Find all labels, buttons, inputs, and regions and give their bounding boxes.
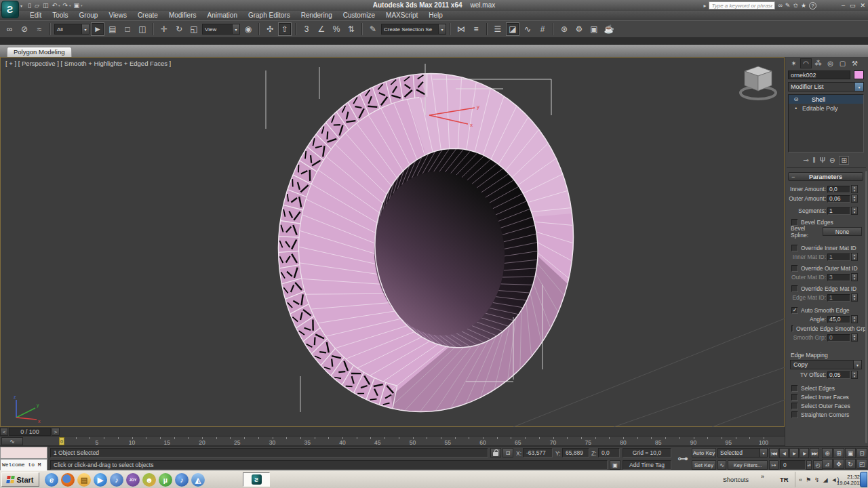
parameters-rollout-header[interactable]: − Parameters <box>788 172 863 181</box>
default-tangents-icon[interactable]: ∿ <box>717 460 726 470</box>
key-mode-dropdown[interactable]: Selected ▾ <box>717 448 768 458</box>
spinner-arrows[interactable]: ▴▾ <box>851 185 858 193</box>
restore-button[interactable]: ▭ <box>850 2 856 9</box>
override-edge-smooth-grp-checkbox[interactable]: Override Edge Smooth Grp <box>785 324 866 333</box>
start-button[interactable]: Start <box>1 472 39 487</box>
hierarchy-tab[interactable]: ⁂ <box>812 58 824 68</box>
smooth-grp-field[interactable]: 0 <box>827 334 850 342</box>
segments-field[interactable]: 1 <box>827 207 850 215</box>
override-outer-mat-id-checkbox[interactable]: Override Outer Mat ID <box>785 264 866 272</box>
taskbar-button-3dsmax[interactable]: S <box>243 472 270 487</box>
use-pivot-point-center-icon[interactable]: ◉ <box>241 22 255 36</box>
reference-coordinate-system-select[interactable]: View▾ <box>202 24 240 35</box>
editable-poly[interactable]: ▪Editable Poly <box>789 104 863 113</box>
graphite-modeling-tools-icon[interactable]: ◪ <box>506 22 519 36</box>
modifier-list-dropdown[interactable]: Modifier List ▾ <box>788 82 864 92</box>
next-frame-arrow[interactable]: > <box>52 428 60 436</box>
spinner-arrows[interactable]: ▴▾ <box>851 371 858 379</box>
angle-field[interactable]: 45,0 <box>827 316 850 323</box>
frame-spinner[interactable]: ▴▾ <box>806 460 812 470</box>
open-mini-curve-editor-button[interactable]: ∿ <box>1 437 23 445</box>
override-inner-mat-id-checkbox[interactable]: Override Inner Mat ID <box>785 243 866 252</box>
menu-edit[interactable]: Edit <box>24 11 47 20</box>
key-mode-toggle[interactable]: ↦ <box>769 460 778 470</box>
named-selection-sets-select[interactable]: Create Selection Se▾ <box>381 24 446 35</box>
edge-mapping-select[interactable]: Copy▾ <box>790 360 862 369</box>
x-coord-field[interactable]: -63,577 <box>523 448 553 458</box>
shell-modifier[interactable]: ʘShell <box>789 95 863 104</box>
select-edges-checkbox[interactable]: Select Edges <box>785 384 866 392</box>
set-keys-button[interactable]: ⊶ <box>675 451 690 466</box>
orbit-button[interactable]: ↻ <box>845 459 856 469</box>
tv-offset-spinner[interactable]: TV Offset:0,05▴▾ <box>785 370 866 380</box>
bind-to-space-warp-icon[interactable]: ≈ <box>33 22 46 36</box>
outer-amount-field[interactable]: 0,06 <box>827 195 850 203</box>
spinner-arrows[interactable]: ▴▾ <box>851 253 858 261</box>
outer-mat-id-spinner[interactable]: Outer Mat ID:3▴▾ <box>785 272 866 282</box>
tray-flag-icon[interactable]: ⚑ <box>806 476 811 483</box>
spinner-snap-toggle-icon[interactable]: ⇅ <box>344 22 358 36</box>
firefox-icon[interactable] <box>61 473 75 487</box>
schematic-view-icon[interactable]: # <box>536 22 549 36</box>
isolate-selection-toggle[interactable]: ▣ <box>610 460 620 470</box>
tray-network-icon[interactable]: ◢ <box>823 476 828 483</box>
minimize-button[interactable]: – <box>842 2 845 9</box>
keyboard-shortcut-override-icon[interactable]: ⇧ <box>278 22 292 36</box>
percent-snap-toggle-icon[interactable]: % <box>330 22 343 36</box>
help-icon[interactable]: ? <box>809 2 816 9</box>
y-coord-field[interactable]: 65,889 <box>562 448 589 458</box>
internet-explorer-icon[interactable]: e <box>45 473 58 487</box>
language-indicator[interactable]: TR <box>780 476 789 483</box>
show-desktop-button[interactable] <box>860 472 867 487</box>
infocenter-search-input[interactable] <box>709 1 775 9</box>
utorrent-icon[interactable]: µ <box>159 473 172 487</box>
inner-amount-field[interactable]: 0,0 <box>827 186 850 193</box>
make-unique-icon[interactable]: Ψ <box>820 157 825 164</box>
spinner-arrows[interactable]: ▴▾ <box>851 273 858 281</box>
straighten-corners-checkbox[interactable]: Straighten Corners <box>785 410 866 419</box>
angle-spinner[interactable]: Angle:45,0▴▾ <box>785 314 866 324</box>
perspective-viewport[interactable]: yx [ + ] [ Perspective ] [ Smooth + High… <box>0 57 785 427</box>
previous-frame-button[interactable]: ◀| <box>779 448 789 458</box>
utilities-tab[interactable]: ⚒ <box>849 58 861 68</box>
bevel-spline-button[interactable]: None <box>823 227 862 236</box>
spinner-arrows[interactable]: ▴▾ <box>851 333 858 342</box>
zoom-button[interactable]: ⊕ <box>822 448 833 458</box>
motion-tab[interactable]: ◎ <box>825 58 836 68</box>
pin-stack-icon[interactable]: ⊸ <box>803 157 808 164</box>
z-coord-field[interactable]: 0,0 <box>598 448 620 458</box>
maxscript-listener[interactable]: Welcome to M <box>0 459 47 471</box>
snaps-toggle-icon[interactable]: 3 <box>300 22 313 36</box>
viewport-label[interactable]: [ + ] [ Perspective ] [ Smooth + Highlig… <box>5 60 171 67</box>
spinner-arrows[interactable]: ▴▾ <box>851 315 858 323</box>
unlink-selection-icon[interactable]: ⊘ <box>18 22 31 36</box>
go-to-start-button[interactable]: |◀◀ <box>769 448 778 458</box>
select-and-manipulate-icon[interactable]: ✣ <box>263 22 277 36</box>
rendered-frame-window-icon[interactable]: ▣ <box>587 22 601 36</box>
inner-amount-spinner[interactable]: Inner Amount:0,0▴▾ <box>785 184 866 194</box>
infocenter-search-icon[interactable]: ∞ <box>778 2 782 9</box>
explorer-folder-icon[interactable]: ▤ <box>77 473 91 487</box>
menu-rendering[interactable]: Rendering <box>296 11 338 20</box>
fov-button[interactable]: ⊿ <box>822 459 833 469</box>
menu-graph-editors[interactable]: Graph Editors <box>243 11 296 20</box>
set-key-button[interactable]: Set Key <box>692 460 716 470</box>
select-object-icon[interactable]: ► <box>91 22 104 36</box>
messenger-icon[interactable]: ☻ <box>142 473 156 487</box>
configure-modifier-sets-icon[interactable]: ⊞ <box>839 156 848 165</box>
itunes-icon[interactable]: ♪ <box>110 473 123 487</box>
mirror-icon[interactable]: ⋈ <box>454 22 468 36</box>
edit-named-selection-sets-icon[interactable]: ✎ <box>366 22 380 36</box>
select-and-rotate-icon[interactable]: ↻ <box>172 22 186 36</box>
menu-animation[interactable]: Animation <box>201 11 242 20</box>
time-configuration-button[interactable]: ◴ <box>813 460 823 470</box>
media-player-icon[interactable]: ▶ <box>94 473 107 487</box>
tray-power-icon[interactable]: ↯ <box>814 476 820 483</box>
key-filters-button[interactable]: Key Filters... <box>728 460 768 470</box>
photo-viewer-icon[interactable]: ◭ <box>191 473 205 487</box>
select-and-scale-icon[interactable]: ◱ <box>187 22 201 36</box>
render-production-icon[interactable]: ☕ <box>602 22 616 36</box>
spinner-arrows[interactable]: ▴▾ <box>851 207 858 215</box>
tire-model[interactable]: yx <box>0 57 785 427</box>
communication-center-icon[interactable]: ✩ <box>793 2 798 9</box>
